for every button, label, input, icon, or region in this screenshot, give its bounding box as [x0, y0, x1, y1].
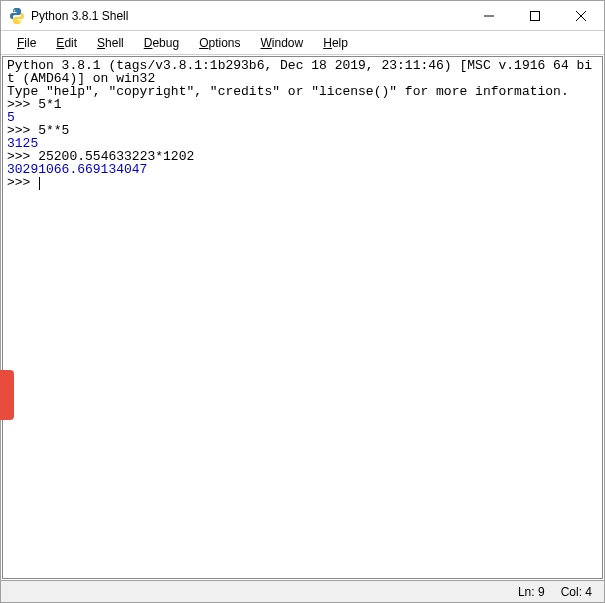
menu-edit[interactable]: Edit [48, 34, 85, 52]
shell-content[interactable]: Python 3.8.1 (tags/v3.8.1:1b293b6, Dec 1… [2, 56, 603, 579]
menu-shell[interactable]: Shell [89, 34, 132, 52]
banner-line-2: Type "help", "copyright", "credits" or "… [7, 84, 569, 99]
status-line: Ln: 9 [514, 585, 549, 599]
window-title: Python 3.8.1 Shell [31, 9, 466, 23]
input-1: 5*1 [38, 97, 61, 112]
statusbar: Ln: 9 Col: 4 [1, 580, 604, 602]
menu-debug[interactable]: Debug [136, 34, 187, 52]
maximize-button[interactable] [512, 1, 558, 30]
menu-options[interactable]: Options [191, 34, 248, 52]
menu-window[interactable]: Window [253, 34, 312, 52]
minimize-button[interactable] [466, 1, 512, 30]
svg-rect-1 [531, 11, 540, 20]
menu-help[interactable]: Help [315, 34, 356, 52]
prompt-4: >>> [7, 175, 38, 190]
python-icon [9, 8, 25, 24]
status-column: Col: 4 [557, 585, 596, 599]
window-controls [466, 1, 604, 30]
titlebar: Python 3.8.1 Shell [1, 1, 604, 31]
side-tab-icon[interactable] [0, 370, 14, 420]
text-cursor [39, 177, 40, 190]
banner-line-1: Python 3.8.1 (tags/v3.8.1:1b293b6, Dec 1… [7, 58, 592, 86]
close-button[interactable] [558, 1, 604, 30]
menu-file[interactable]: File [9, 34, 44, 52]
menubar: File Edit Shell Debug Options Window Hel… [1, 31, 604, 55]
input-2: 5**5 [38, 123, 69, 138]
python-shell-window: Python 3.8.1 Shell File Edit Shell Debug… [0, 0, 605, 603]
